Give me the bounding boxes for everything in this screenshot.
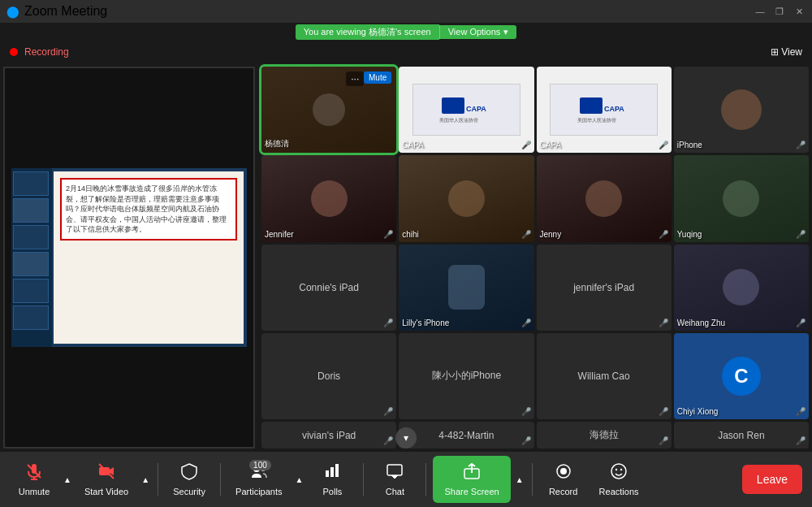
participant-cell-chihi[interactable]: 🎤 chihi: [399, 155, 533, 241]
share-caret[interactable]: ▲: [514, 475, 525, 484]
participant-name: iPhone: [677, 141, 702, 150]
participant-cell-connies-ipad[interactable]: Connie's iPad 🎤: [261, 245, 396, 331]
svg-point-24: [611, 464, 626, 479]
participants-label: Participants: [235, 487, 282, 496]
participant-cell-iphone-top[interactable]: 🎤 iPhone: [674, 67, 809, 153]
participant-cell-vivians-ipad[interactable]: vivian's iPad 🎤: [261, 422, 396, 448]
start-video-button[interactable]: Start Video: [76, 457, 136, 501]
participant-name: Jennifer: [265, 230, 294, 239]
svg-text:CAPA: CAPA: [466, 105, 486, 113]
record-icon: [555, 462, 572, 484]
chat-icon: [386, 462, 404, 484]
slide-main: 2月14日晚的冰雪事故造成了很多沿岸的水管冻裂，想了解保险是否理赔，理赔需要注意…: [54, 171, 244, 344]
participant-name: Weihang Zhu: [677, 318, 725, 327]
mute-icon: 🎤: [659, 141, 668, 150]
participants-caret[interactable]: ▲: [294, 475, 305, 484]
polls-icon: [323, 462, 341, 484]
record-button[interactable]: Record: [539, 457, 588, 501]
participant-name: Yuqing: [677, 230, 702, 239]
participant-cell-capa1[interactable]: CAPA 美国华人医油协管 🎤 CAPA: [399, 67, 533, 153]
record-label: Record: [549, 487, 577, 496]
mute-icon: 🎤: [383, 230, 393, 239]
svg-text:美国华人医油协管: 美国华人医油协管: [439, 117, 478, 123]
participant-cell-jennifers-ipad[interactable]: jennifer's iPad 🎤: [537, 245, 672, 331]
participants-button[interactable]: 100 Participants: [227, 458, 290, 501]
participant-cell-jason-ren[interactable]: Jason Ren 🎤: [674, 422, 809, 448]
share-screen-button[interactable]: Share Screen: [433, 456, 510, 503]
mute-icon: 🎤: [796, 436, 806, 445]
participant-cell-doris[interactable]: Doris 🎤: [261, 333, 396, 419]
security-button[interactable]: Security: [165, 457, 214, 501]
reactions-button[interactable]: Reactions: [591, 457, 647, 501]
mute-icon: 🎤: [796, 230, 806, 239]
participant-name: vivian's iPad: [296, 423, 362, 448]
start-video-label: Start Video: [84, 487, 128, 496]
slide-sidebar: [11, 168, 52, 347]
zoom-icon: ⬤: [6, 5, 19, 18]
close-button[interactable]: ✕: [793, 5, 806, 18]
scroll-down-button[interactable]: ▾: [395, 427, 417, 448]
slide-thumb: [13, 252, 49, 276]
mute-icon: 🎤: [659, 436, 668, 445]
participant-name: Lilly's iPhone: [402, 318, 449, 327]
svg-point-26: [620, 469, 622, 470]
reactions-label: Reactions: [599, 487, 639, 496]
toolbar-left: Unmute ▲ Start Video ▲ Security 100 Part…: [10, 456, 647, 503]
participant-cell-chiyi-xiong[interactable]: C 🎤 Chiyi Xiong: [674, 333, 809, 419]
participant-cell-4-482-martin[interactable]: 4-482-Martin 🎤: [399, 422, 533, 448]
titlebar-text: Zoom Meeting: [24, 4, 107, 19]
participant-cell-haidela[interactable]: 海德拉 🎤: [537, 422, 672, 448]
mute-icon: 🎤: [659, 318, 668, 327]
mute-icon: 🎤: [659, 407, 668, 416]
mute-icon: 🎤: [659, 230, 668, 239]
leave-button[interactable]: Leave: [742, 465, 802, 494]
svg-rect-5: [580, 98, 603, 114]
participant-cell-jenny[interactable]: 🎤 Jenny: [537, 155, 672, 241]
participant-cell-jennifer[interactable]: 🎤 Jennifer: [261, 155, 396, 241]
participant-name: William Cao: [572, 364, 637, 388]
separator: [158, 463, 158, 496]
mute-icon: 🎤: [521, 230, 531, 239]
top-banner: You are viewing 杨德清's screen View Option…: [0, 23, 812, 41]
slide-thumb: [13, 171, 49, 196]
polls-button[interactable]: Polls: [308, 457, 356, 501]
unmute-button[interactable]: Unmute: [10, 457, 58, 501]
view-options-label: View Options: [448, 27, 501, 37]
avatar-letter: C: [722, 357, 761, 396]
participant-cell-yangdeqing[interactable]: Mute ··· 杨德清: [261, 67, 396, 153]
video-caret[interactable]: ▲: [140, 475, 151, 484]
mute-icon: 🎤: [383, 436, 393, 445]
capa-logo: CAPA 美国华人医油协管: [412, 84, 520, 136]
participant-cell-lilly-iphone[interactable]: 🎤 Lilly's iPhone: [399, 245, 533, 331]
svg-rect-1: [442, 98, 464, 114]
participant-name: 4-482-Martin: [432, 423, 500, 448]
participant-name: Jenny: [540, 230, 562, 239]
security-icon: [180, 462, 198, 484]
mute-icon: 🎤: [521, 436, 531, 445]
svg-rect-19: [335, 464, 339, 477]
view-options-button[interactable]: View Options ▾: [439, 25, 517, 39]
main-area: 2月14日晚的冰雪事故造成了很多沿岸的水管冻裂，想了解保险是否理赔，理赔需要注意…: [0, 63, 812, 452]
participant-name: CAPA: [402, 141, 424, 150]
participant-cell-weihang[interactable]: 🎤 Weihang Zhu: [674, 245, 809, 331]
video-grid: Mute ··· 杨德清 CAPA 美国华人医油协管 🎤 CAPA: [258, 63, 812, 452]
separator: [532, 463, 533, 496]
participant-cell-chenxiaoxiao[interactable]: 陳小小的iPhone 🎤: [399, 333, 533, 419]
participant-cell-william-cao[interactable]: William Cao 🎤: [537, 333, 672, 419]
participant-name: chihi: [402, 230, 419, 239]
participant-cell-yuqing[interactable]: 🎤 Yuqing: [674, 155, 809, 241]
mute-icon: 🎤: [796, 318, 806, 327]
slide-thumb: [13, 198, 49, 223]
chat-button[interactable]: Chat: [370, 457, 419, 501]
share-icon: [463, 462, 481, 484]
mute-badge: Mute: [364, 72, 391, 84]
unmute-caret[interactable]: ▲: [62, 475, 73, 484]
minimize-button[interactable]: —: [754, 5, 767, 18]
participant-cell-capa2[interactable]: CAPA 美国华人医油协管 🎤 CAPA: [537, 67, 672, 153]
participant-name: 海德拉: [583, 422, 625, 448]
maximize-button[interactable]: ❐: [773, 5, 786, 18]
toolbar: Unmute ▲ Start Video ▲ Security 100 Part…: [0, 452, 812, 507]
dots-menu[interactable]: ···: [346, 72, 364, 86]
titlebar: ⬤ Zoom Meeting — ❐ ✕: [0, 0, 812, 23]
reactions-icon: [610, 462, 628, 484]
